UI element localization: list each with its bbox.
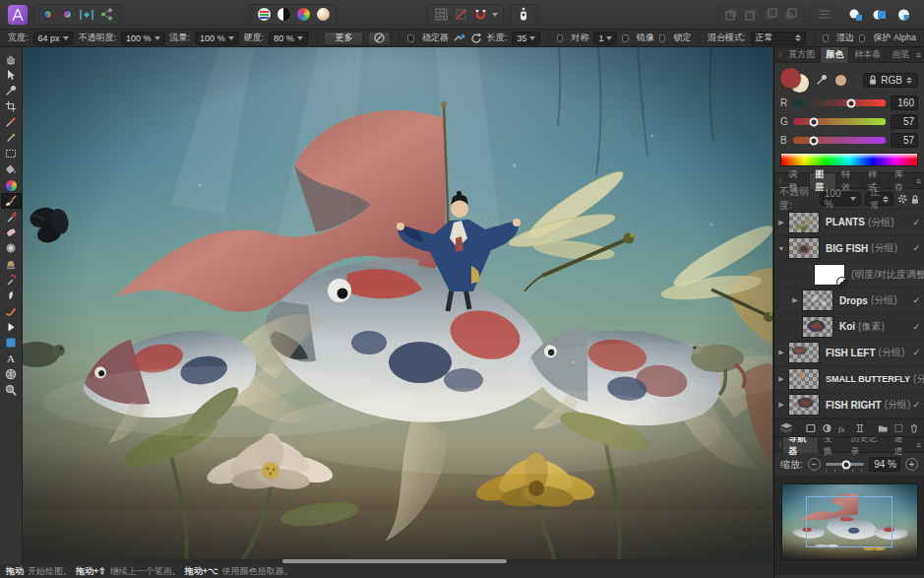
green-slider[interactable] xyxy=(793,118,886,125)
tone-mapping-persona-icon[interactable] xyxy=(79,7,94,23)
layer-row-brightness-contrast[interactable]: (明度/对比度调整) ✓ xyxy=(774,262,924,289)
move-tool[interactable] xyxy=(1,67,22,83)
develop-persona-icon[interactable] xyxy=(59,7,75,23)
layers-opacity-field[interactable]: 100 % xyxy=(820,192,861,206)
assistant-icon[interactable] xyxy=(516,7,531,23)
mask-icon[interactable] xyxy=(806,423,816,433)
grid-icon[interactable] xyxy=(433,7,449,23)
insert-inside-icon[interactable] xyxy=(895,7,911,23)
tab-channels[interactable]: 通道 xyxy=(889,437,915,453)
green-value[interactable]: 57 xyxy=(891,114,918,129)
insert-behind-icon[interactable] xyxy=(848,7,864,23)
protect-alpha-checkbox[interactable] xyxy=(859,34,865,42)
stabilizer-checkbox[interactable] xyxy=(407,34,413,42)
zoom-out-button[interactable]: − xyxy=(808,458,821,471)
layer-row-drops[interactable]: ▶ Drops(分组) ✓ xyxy=(774,289,924,315)
blue-slider[interactable] xyxy=(793,137,886,144)
symmetry-count-field[interactable]: 1 xyxy=(593,32,617,45)
tab-histogram[interactable]: 直方图 xyxy=(783,47,821,63)
liquify-persona-icon[interactable] xyxy=(39,7,55,23)
flow-field[interactable]: 100 % xyxy=(195,32,239,45)
blend-mode-select[interactable]: 正常 xyxy=(751,32,806,45)
tab-brushes[interactable]: 画笔 xyxy=(887,47,915,63)
tab-stock[interactable]: 库存 xyxy=(890,173,916,189)
primary-color-swatch[interactable] xyxy=(780,68,801,89)
auto-white-balance-icon[interactable] xyxy=(315,7,331,23)
gradient-tool[interactable] xyxy=(1,177,22,193)
lock-checkbox[interactable] xyxy=(659,34,665,42)
move-forward-icon[interactable] xyxy=(743,7,759,23)
symmetry-checkbox[interactable] xyxy=(557,34,563,42)
tab-effects[interactable]: 特效 xyxy=(836,173,863,189)
insert-on-top-icon[interactable] xyxy=(872,7,888,23)
layer-visibility-check[interactable]: ✓ xyxy=(912,322,920,332)
zoom-in-button[interactable]: + xyxy=(905,458,918,471)
shape-tool[interactable] xyxy=(1,335,22,351)
layer-stack-icon[interactable] xyxy=(780,422,792,433)
zoom-slider[interactable] xyxy=(826,463,864,466)
undo-brush-tool[interactable] xyxy=(1,272,22,288)
layers-panel-menu-icon[interactable]: ≡ xyxy=(916,176,921,186)
layer-visibility-check[interactable]: ✓ xyxy=(912,243,920,253)
layer-row-big-fish[interactable]: ▼ BIG FISH(分组) ✓ xyxy=(774,236,924,263)
opacity-field[interactable]: 100 % xyxy=(121,32,165,45)
magnet-icon[interactable] xyxy=(472,7,488,23)
color-spectrum[interactable] xyxy=(780,153,918,166)
layer-row-fish-right[interactable]: ▶ FISH RIGHT(分组) ✓ xyxy=(774,393,924,419)
eyedropper-icon[interactable] xyxy=(814,72,830,88)
auto-colour-icon[interactable] xyxy=(295,7,311,23)
smudge-tool[interactable] xyxy=(1,303,22,319)
text-tool[interactable]: A xyxy=(1,351,22,366)
mirror-checkbox[interactable] xyxy=(622,34,628,42)
rope-stabilizer-icon[interactable] xyxy=(454,31,465,46)
snapping-icon[interactable] xyxy=(453,7,468,23)
color-mode-select[interactable]: RGB xyxy=(863,73,918,88)
flood-fill-tool[interactable] xyxy=(1,161,22,177)
live-filter-icon[interactable] xyxy=(856,423,864,433)
red-slider[interactable] xyxy=(793,99,886,106)
navigator-viewport-rect[interactable] xyxy=(806,496,893,547)
canvas[interactable] xyxy=(23,47,772,559)
export-persona-icon[interactable] xyxy=(98,7,114,23)
paint-brush-tool[interactable] xyxy=(1,193,22,209)
red-value[interactable]: 160 xyxy=(891,96,918,110)
view-tool[interactable] xyxy=(1,51,22,67)
picked-color-swatch[interactable] xyxy=(835,75,846,86)
horizontal-scrollbar[interactable] xyxy=(282,559,507,563)
blue-value[interactable]: 57 xyxy=(891,133,918,148)
adjustment-icon[interactable] xyxy=(823,423,832,433)
move-backward-icon[interactable] xyxy=(763,7,778,23)
tab-history[interactable]: 历史记录 xyxy=(845,437,889,453)
navigator-panel-menu-icon[interactable]: ≡ xyxy=(916,440,921,450)
hardness-field[interactable]: 80 % xyxy=(269,32,308,45)
auto-levels-icon[interactable] xyxy=(256,7,272,23)
alignment-icon[interactable] xyxy=(816,7,832,23)
crop-tool[interactable] xyxy=(1,98,22,114)
color-panel-menu-icon[interactable]: ≡ xyxy=(916,50,921,60)
layer-row-plants[interactable]: ▶ PLANTS(分组) ✓ xyxy=(774,210,924,236)
photo-persona-icon[interactable] xyxy=(8,5,28,25)
tab-navigator[interactable]: 导航器 xyxy=(783,437,819,453)
window-stabilizer-icon[interactable] xyxy=(470,31,482,46)
group-icon[interactable] xyxy=(878,423,889,433)
eraser-tool[interactable] xyxy=(1,225,22,240)
layer-row-fish-left[interactable]: ▶ FISH LEFT(分组) ✓ xyxy=(774,341,924,367)
selection-brush-tool[interactable] xyxy=(1,114,22,130)
zoom-value[interactable]: 94 % xyxy=(869,457,900,472)
layer-row-small-butterfly[interactable]: ▶ SMALL BUTTERFLY(分组) ✓ xyxy=(774,366,924,393)
layer-row-koi[interactable]: Koi(像素) ✓ xyxy=(774,314,924,341)
wet-edges-checkbox[interactable] xyxy=(823,34,829,42)
dodge-brush-tool[interactable] xyxy=(1,240,22,256)
clone-stamp-tool[interactable] xyxy=(1,256,22,272)
tab-transform[interactable]: 变换 xyxy=(819,437,845,453)
move-to-back-icon[interactable] xyxy=(782,7,798,23)
delete-icon[interactable] xyxy=(910,423,918,433)
layer-visibility-check[interactable]: ✓ xyxy=(912,348,920,357)
mesh-warp-tool[interactable] xyxy=(1,366,22,382)
more-button[interactable]: 更多 xyxy=(324,32,363,45)
layer-visibility-check[interactable]: ✓ xyxy=(912,400,920,410)
flood-select-tool[interactable] xyxy=(1,130,22,146)
node-tool[interactable] xyxy=(1,319,22,335)
colour-replacement-brush-tool[interactable] xyxy=(1,209,22,225)
layers-settings-icon[interactable] xyxy=(897,193,907,205)
